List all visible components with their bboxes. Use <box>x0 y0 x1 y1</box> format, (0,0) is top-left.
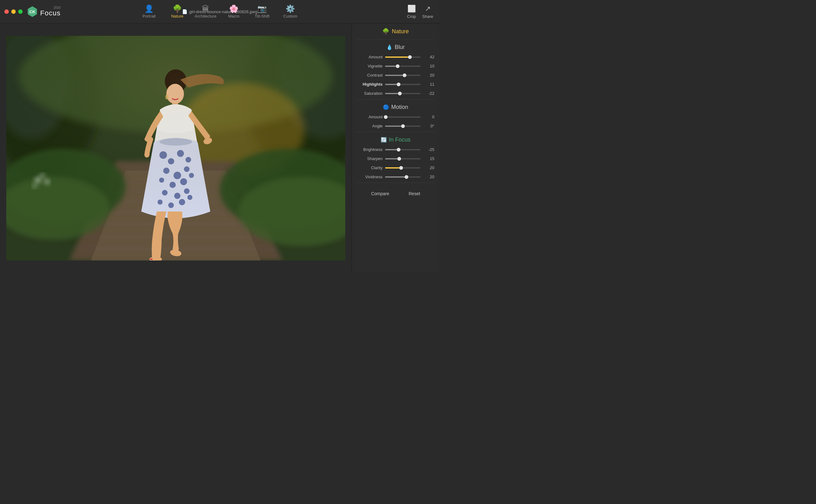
minimize-button[interactable] <box>11 9 16 14</box>
angle-row: Angle 0° <box>352 121 439 131</box>
nature-section-header: 🌳 Nature <box>352 24 439 38</box>
contrast-row: Contrast 20 <box>352 71 439 80</box>
sharpen-track[interactable] <box>385 158 421 159</box>
vividness-value: 20 <box>423 174 434 179</box>
macro-icon: 🌸 <box>229 5 239 13</box>
divider-1 <box>357 39 434 40</box>
tab-nature[interactable]: 🌳 Nature <box>163 0 191 24</box>
clarity-thumb[interactable] <box>399 166 403 170</box>
highlights-label: Highlights <box>357 82 383 87</box>
sharpen-label: Sharpen <box>357 156 383 161</box>
logo-icon: CK <box>27 6 38 17</box>
titlebar: CK 2016 Focus 📄 girl-dress-bounce-nature… <box>0 0 439 24</box>
crop-button[interactable]: ⬜ Crop <box>407 5 416 19</box>
motion-amount-label: Amount <box>357 115 383 119</box>
brightness-label: Brightness <box>357 147 383 152</box>
main-layout: 🌳 Nature 💧 Blur Amount 42 Vignette 10 <box>0 24 439 272</box>
nav-tabs-container: 👤 Portrait 🌳 Nature 🏛 Architecture 🌸 Mac… <box>63 0 377 24</box>
vignette-track[interactable] <box>385 66 421 67</box>
infocus-section-header: 🔄 In Focus <box>352 133 439 145</box>
reset-button[interactable]: Reset <box>404 189 425 198</box>
tab-architecture[interactable]: 🏛 Architecture <box>191 0 220 24</box>
nature-icon: 🌳 <box>173 5 182 13</box>
motion-amount-track[interactable] <box>385 116 421 118</box>
angle-thumb[interactable] <box>401 124 405 128</box>
clarity-fill <box>385 167 401 169</box>
blur-section-header: 💧 Blur <box>352 41 439 52</box>
sharpen-value: 15 <box>423 156 434 161</box>
photo-svg <box>6 36 345 260</box>
motion-title: Motion <box>391 104 408 110</box>
blur-amount-row: Amount 42 <box>352 52 439 62</box>
share-icon: ↗ <box>425 5 431 13</box>
divider-3 <box>357 132 434 132</box>
saturation-track[interactable] <box>385 93 421 94</box>
angle-fill <box>385 126 403 127</box>
contrast-label: Contrast <box>357 73 383 78</box>
svg-rect-50 <box>6 36 345 260</box>
contrast-value: 20 <box>423 73 434 78</box>
blur-amount-label: Amount <box>357 55 383 59</box>
blur-amount-track[interactable] <box>385 56 421 58</box>
nature-title: Nature <box>392 28 409 35</box>
motion-amount-row: Amount 0 <box>352 112 439 121</box>
saturation-value: -22 <box>423 91 434 96</box>
share-button[interactable]: ↗ Share <box>422 5 433 19</box>
angle-track[interactable] <box>385 126 421 127</box>
custom-icon: ⚙️ <box>286 5 295 13</box>
contrast-track[interactable] <box>385 75 421 76</box>
tab-tiltshift[interactable]: 📷 Tilt-Shift <box>248 0 276 24</box>
vignette-thumb[interactable] <box>396 64 400 68</box>
infocus-title: In Focus <box>389 137 411 143</box>
architecture-icon: 🏛 <box>202 5 209 13</box>
sharpen-row: Sharpen 15 <box>352 154 439 163</box>
highlights-row: Highlights 11 <box>352 80 439 89</box>
blur-icon: 💧 <box>386 44 393 50</box>
app-title: 2016 Focus <box>40 6 61 17</box>
photo-canvas <box>6 36 345 260</box>
vignette-value: 10 <box>423 64 434 68</box>
vividness-track[interactable] <box>385 176 421 178</box>
maximize-button[interactable] <box>18 9 23 14</box>
logo-area: CK 2016 Focus <box>27 6 61 17</box>
crop-icon: ⬜ <box>407 5 416 13</box>
clarity-value: 20 <box>423 165 434 170</box>
motion-amount-value: 0 <box>423 115 434 119</box>
tiltshift-icon: 📷 <box>257 5 267 13</box>
brightness-value: -25 <box>423 147 434 152</box>
vignette-label: Vignette <box>357 64 383 68</box>
brightness-track[interactable] <box>385 149 421 150</box>
sharpen-thumb[interactable] <box>397 157 401 161</box>
brightness-row: Brightness -25 <box>352 145 439 154</box>
canvas-area <box>0 24 352 272</box>
blur-amount-thumb[interactable] <box>408 55 412 59</box>
tab-portrait[interactable]: 👤 Portrait <box>135 0 163 24</box>
divider-4 <box>357 183 434 183</box>
right-panel: 🌳 Nature 💧 Blur Amount 42 Vignette 10 <box>352 24 439 272</box>
clarity-track[interactable] <box>385 167 421 169</box>
angle-value: 0° <box>423 124 434 128</box>
highlights-track[interactable] <box>385 84 421 85</box>
saturation-thumb[interactable] <box>398 92 402 95</box>
brightness-thumb[interactable] <box>397 148 400 152</box>
blur-amount-fill <box>385 56 410 58</box>
vividness-thumb[interactable] <box>405 175 408 179</box>
tab-macro[interactable]: 🌸 Macro <box>220 0 248 24</box>
motion-amount-thumb[interactable] <box>384 115 388 119</box>
blur-amount-value: 42 <box>423 55 434 59</box>
clarity-row: Clarity 20 <box>352 163 439 172</box>
saturation-fill <box>385 93 400 94</box>
motion-section-header: 🔵 Motion <box>352 101 439 112</box>
right-toolbar: ⬜ Crop ↗ Share <box>407 0 433 24</box>
highlights-thumb[interactable] <box>397 83 400 86</box>
photo-background <box>6 36 345 260</box>
motion-icon: 🔵 <box>383 104 389 110</box>
compare-button[interactable]: Compare <box>366 189 394 198</box>
tab-custom[interactable]: ⚙️ Custom <box>276 0 304 24</box>
vividness-label: Vividness <box>357 174 383 179</box>
close-button[interactable] <box>4 9 9 14</box>
contrast-thumb[interactable] <box>403 73 406 77</box>
window-controls <box>4 9 23 14</box>
vignette-row: Vignette 10 <box>352 62 439 71</box>
infocus-icon: 🔄 <box>381 137 387 143</box>
